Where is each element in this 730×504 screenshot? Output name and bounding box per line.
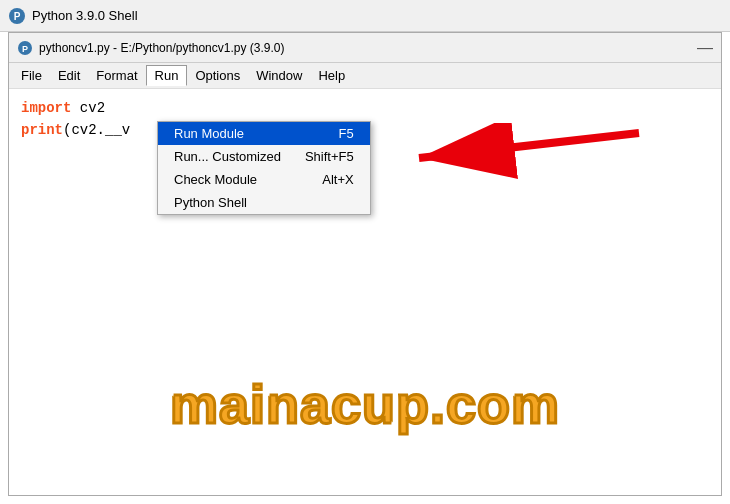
title-bar-text: Python 3.9.0 Shell bbox=[32, 8, 138, 23]
dropdown-run-module[interactable]: Run Module F5 bbox=[158, 122, 370, 145]
code-keyword-print: print bbox=[21, 122, 63, 138]
code-print-rest: (cv2.__v bbox=[63, 122, 130, 138]
editor-icon: P bbox=[17, 40, 33, 56]
dropdown-python-shell[interactable]: Python Shell bbox=[158, 191, 370, 214]
run-module-shortcut: F5 bbox=[339, 126, 354, 141]
menu-options[interactable]: Options bbox=[187, 66, 248, 85]
code-line-1: import cv2 bbox=[21, 97, 709, 119]
python-shell-label: Python Shell bbox=[174, 195, 330, 210]
python-icon: P bbox=[8, 7, 26, 25]
code-keyword-import: import bbox=[21, 100, 71, 116]
menu-window[interactable]: Window bbox=[248, 66, 310, 85]
check-module-label: Check Module bbox=[174, 172, 298, 187]
menu-help[interactable]: Help bbox=[310, 66, 353, 85]
editor-title-bar: P pythoncv1.py - E:/Python/pythoncv1.py … bbox=[9, 33, 721, 63]
editor-title-text: pythoncv1.py - E:/Python/pythoncv1.py (3… bbox=[39, 41, 284, 55]
watermark-text: mainacup.com bbox=[170, 373, 560, 435]
menu-edit[interactable]: Edit bbox=[50, 66, 88, 85]
run-dropdown-menu: Run Module F5 Run... Customized Shift+F5… bbox=[157, 121, 371, 215]
run-module-label: Run Module bbox=[174, 126, 315, 141]
check-module-shortcut: Alt+X bbox=[322, 172, 353, 187]
code-import-rest: cv2 bbox=[71, 100, 105, 116]
svg-text:P: P bbox=[14, 11, 21, 22]
menu-format[interactable]: Format bbox=[88, 66, 145, 85]
menu-file[interactable]: File bbox=[13, 66, 50, 85]
title-bar: P Python 3.9.0 Shell bbox=[0, 0, 730, 32]
run-customized-shortcut: Shift+F5 bbox=[305, 149, 354, 164]
menu-run[interactable]: Run bbox=[146, 65, 188, 86]
menu-bar: File Edit Format Run Options Window Help bbox=[9, 63, 721, 89]
dropdown-run-customized[interactable]: Run... Customized Shift+F5 bbox=[158, 145, 370, 168]
editor-window: P pythoncv1.py - E:/Python/pythoncv1.py … bbox=[8, 32, 722, 496]
minimize-button[interactable]: — bbox=[697, 39, 713, 57]
svg-text:P: P bbox=[22, 44, 28, 54]
run-customized-label: Run... Customized bbox=[174, 149, 281, 164]
dropdown-check-module[interactable]: Check Module Alt+X bbox=[158, 168, 370, 191]
